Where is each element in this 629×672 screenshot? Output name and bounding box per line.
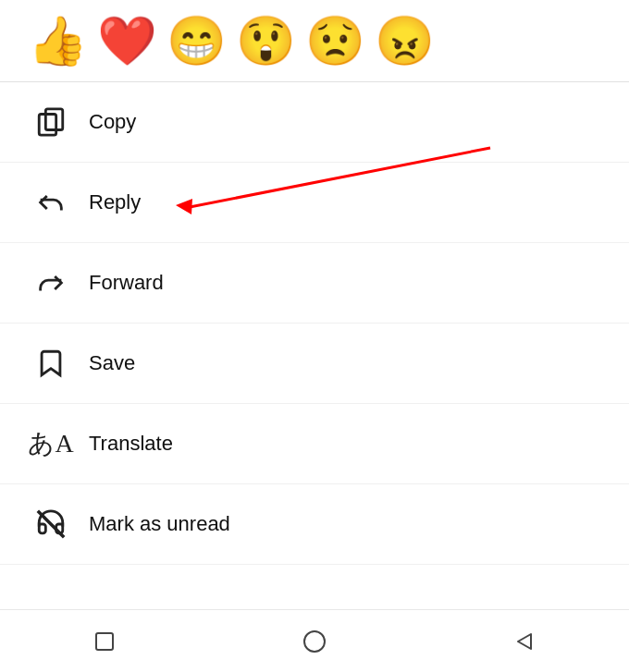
bottom-nav-bar xyxy=(0,609,629,672)
angry-emoji[interactable]: 😠 xyxy=(375,17,435,65)
copy-menu-item[interactable]: Copy xyxy=(0,82,629,163)
copy-label: Copy xyxy=(89,110,136,134)
save-label: Save xyxy=(89,351,135,375)
grinning-emoji[interactable]: 😁 xyxy=(166,17,227,65)
worried-emoji[interactable]: 😟 xyxy=(305,17,365,65)
mark-unread-menu-item[interactable]: Mark as unread xyxy=(0,484,629,565)
mark-unread-icon xyxy=(28,501,74,547)
save-icon xyxy=(28,340,74,386)
copy-icon xyxy=(28,99,74,145)
context-menu: Copy Reply Forward Save xyxy=(0,82,629,565)
translate-menu-item[interactable]: あA Translate xyxy=(0,404,629,484)
svg-marker-7 xyxy=(518,634,531,649)
reply-label: Reply xyxy=(89,190,141,214)
forward-label: Forward xyxy=(89,271,164,295)
mark-unread-label: Mark as unread xyxy=(89,512,230,536)
astonished-emoji[interactable]: 😲 xyxy=(236,17,296,65)
thumbs-up-emoji[interactable]: 👍 xyxy=(28,17,88,65)
svg-rect-1 xyxy=(39,115,56,136)
svg-rect-5 xyxy=(96,633,113,650)
reply-menu-item[interactable]: Reply xyxy=(0,163,629,243)
home-button[interactable] xyxy=(278,618,352,665)
emoji-reaction-bar: 👍 ❤️ 😁 😲 😟 😠 xyxy=(0,0,629,81)
translate-label: Translate xyxy=(89,432,173,456)
save-menu-item[interactable]: Save xyxy=(0,324,629,404)
heart-emoji[interactable]: ❤️ xyxy=(97,17,157,65)
svg-point-6 xyxy=(304,631,325,652)
translate-icon: あA xyxy=(28,421,74,467)
forward-icon xyxy=(28,260,74,306)
forward-menu-item[interactable]: Forward xyxy=(0,243,629,324)
svg-rect-0 xyxy=(45,109,62,130)
reply-icon xyxy=(28,179,74,226)
back-button[interactable] xyxy=(487,618,561,665)
recent-apps-button[interactable] xyxy=(68,618,142,665)
